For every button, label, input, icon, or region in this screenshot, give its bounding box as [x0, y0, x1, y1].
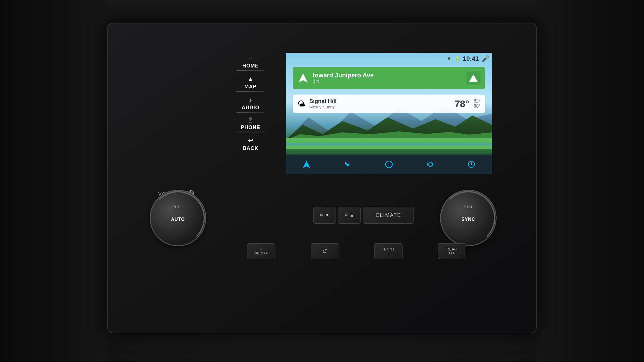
sidebar-divider: [236, 91, 265, 92]
screen-nav-bar: [286, 154, 492, 174]
screen-area: ▼ 🔋 10:41 🎤 toward Junipero Ave 0 ft 🌤: [286, 53, 492, 174]
weather-description: Mostly Sunny: [309, 104, 454, 109]
nav-icon-navigation[interactable]: [301, 159, 312, 170]
front-defrost-button[interactable]: FRONT ⌇⌇⌇: [374, 243, 402, 259]
nav-icon-home[interactable]: [383, 159, 395, 170]
fan-onoff-label: ON/OFF: [254, 252, 268, 255]
bottom-buttons-row: ❄ ON/OFF ↺ FRONT ⌇⌇⌇ REAR ⌇⌇⌇: [229, 243, 484, 259]
sidebar-item-map[interactable]: ▲ MAP: [218, 74, 283, 95]
fan-down-button[interactable]: ❄ ▼: [313, 207, 336, 224]
svg-marker-6: [303, 161, 310, 168]
weather-condition-icon: 🌤: [297, 99, 305, 108]
rear-defrost-icon: ⌇⌇⌇: [449, 251, 455, 255]
phone-icon: 📱: [247, 117, 254, 123]
left-knob-ring: [151, 191, 205, 245]
fan-up-button[interactable]: ❄ ▲: [338, 207, 361, 224]
sidebar-item-audio[interactable]: ♪ AUDIO: [218, 95, 283, 115]
sidebar-item-home[interactable]: ⌂ HOME: [218, 53, 283, 74]
back-icon: ↩: [248, 137, 253, 144]
svg-marker-5: [299, 73, 308, 82]
sidebar-divider: [236, 132, 265, 132]
mic-icon: 🎤: [482, 55, 489, 62]
nav-text: toward Junipero Ave 0 ft: [313, 72, 466, 84]
phone-label: PHONE: [241, 125, 260, 130]
home-icon: ⌂: [249, 54, 252, 62]
map-label: MAP: [245, 84, 257, 90]
recirculate-icon: ↺: [322, 248, 327, 255]
audio-icon: ♪: [249, 96, 252, 104]
wifi-icon: ▼: [447, 56, 452, 62]
nav-arrow-right: [466, 71, 480, 85]
weather-text: Signal Hill Mostly Sunny: [309, 98, 454, 109]
nav-icon-audio[interactable]: [425, 159, 436, 170]
fan-onoff-icon: ❄: [260, 248, 263, 252]
left-panel: [0, 0, 107, 362]
nav-direction-icon: [297, 72, 309, 84]
front-defrost-label: FRONT: [382, 247, 395, 251]
sidebar-divider: [236, 70, 265, 71]
weather-hi-lo: 82° 68°: [474, 99, 480, 109]
sidebar-item-phone[interactable]: 📱 PHONE: [218, 115, 283, 135]
rear-defrost-button[interactable]: REAR ⌇⌇⌇: [438, 243, 466, 259]
status-time: 10:41: [463, 55, 479, 62]
recirculate-button[interactable]: ↺: [311, 243, 339, 259]
nav-direction: toward Junipero Ave: [313, 72, 466, 79]
nav-icon-phone[interactable]: [342, 159, 353, 170]
fan-onoff-button[interactable]: ❄ ON/OFF: [247, 243, 275, 259]
sidebar: ⌂ HOME ▲ MAP ♪ AUDIO 📱 PHONE ↩ BACK: [218, 53, 283, 202]
weather-low-temp: 68°: [474, 104, 480, 109]
left-knob-control[interactable]: PUSH AUTO: [150, 190, 206, 246]
weather-city: Signal Hill: [309, 98, 454, 104]
left-knob-top-label: PUSH: [172, 205, 184, 209]
weather-card[interactable]: 🌤 Signal Hill Mostly Sunny 78° 82° 68°: [293, 95, 485, 113]
back-label: BACK: [243, 145, 258, 151]
weather-current-temp: 78°: [454, 98, 469, 109]
front-defrost-icon: ⌇⌇⌇: [385, 251, 391, 255]
infotainment-unit: ⌂ HOME ▲ MAP ♪ AUDIO 📱 PHONE ↩ BACK: [107, 23, 537, 333]
home-label: HOME: [242, 63, 259, 69]
svg-rect-4: [286, 143, 492, 145]
map-icon: ▲: [247, 75, 254, 83]
nav-card[interactable]: toward Junipero Ave 0 ft: [293, 67, 485, 89]
rear-defrost-label: REAR: [447, 247, 457, 251]
climate-button[interactable]: CLIMATE: [363, 207, 414, 224]
up-arrow-icon: [469, 75, 478, 82]
right-panel: [537, 0, 644, 362]
audio-label: AUDIO: [242, 105, 260, 111]
weather-high-temp: 82°: [474, 99, 480, 104]
nav-distance: 0 ft: [313, 79, 466, 84]
status-bar: ▼ 🔋 10:41 🎤: [447, 55, 489, 62]
climate-controls: ❄ ▼ ❄ ▲ CLIMATE: [241, 198, 486, 232]
left-knob[interactable]: PUSH AUTO: [150, 190, 206, 246]
sidebar-divider: [236, 112, 265, 113]
sidebar-item-back[interactable]: ↩ BACK: [218, 135, 283, 153]
nav-icon-recent[interactable]: [466, 159, 477, 170]
svg-point-7: [386, 161, 392, 168]
battery-icon: 🔋: [454, 56, 460, 62]
